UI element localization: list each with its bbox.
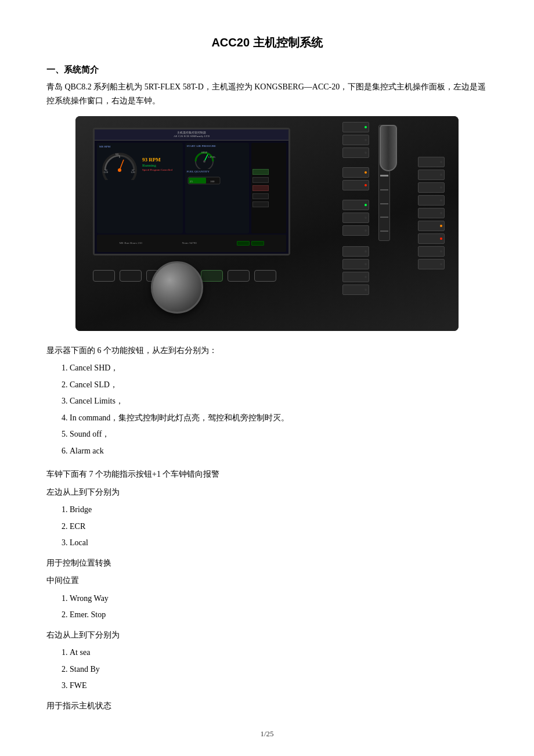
page-title: ACC20 主机控制系统 (46, 35, 488, 51)
desc-section-6btns: 显示器下面的 6 个功能按钮，从左到右分别为： Cancel SHD， Canc… (46, 344, 488, 459)
intro-text: 青岛 QBC8.2 系列船主机为 5RT-FLEX 58T-D，主机遥控为 KO… (46, 80, 488, 108)
list-item: At sea (70, 646, 488, 660)
func-btn-1[interactable] (93, 270, 115, 282)
device-body: 主机遥控集控室控制器 AE C26 ECR SIMFamily LTD ME R… (75, 116, 459, 331)
svg-text:25: 25 (190, 180, 193, 183)
list-item: Cancel Limits， (70, 394, 488, 409)
middle-btn-list: Wrong Way Emer. Stop (70, 592, 488, 622)
list-item: Cancel SLD， (70, 378, 488, 393)
right-btn-list: At sea Stand By FWE (70, 646, 488, 693)
btn-list-6: Cancel SHD， Cancel SLD， Cancel Limits， I… (70, 361, 488, 458)
right-btn-5[interactable] (418, 208, 445, 218)
svg-text:120: 120 (131, 171, 135, 174)
extra-btn-1[interactable] (342, 246, 369, 257)
func-btn-5[interactable] (228, 270, 250, 282)
svg-point-8 (118, 168, 121, 172)
func-btn-4[interactable] (201, 270, 223, 282)
right-panel-right-col (418, 157, 447, 319)
list-item: Cancel SHD， (70, 361, 488, 376)
pressure-gauge-svg: STOP LEVEL (187, 149, 222, 169)
extra-btn-2[interactable] (342, 259, 369, 269)
local-btn[interactable] (342, 147, 369, 158)
screen-content: ME RPM (95, 141, 288, 254)
device-photo: 主机遥控集控室控制器 AE C26 ECR SIMFamily LTD ME R… (75, 116, 459, 331)
list-item: Emer. Stop (70, 608, 488, 622)
desc-label-engine-status: 用于指示主机状态 (46, 699, 488, 714)
speed-cancelled: Speed Program Cancelled (142, 168, 172, 171)
page-number: 1/25 (260, 729, 273, 738)
svg-line-10 (204, 154, 208, 161)
right-btn-8[interactable] (418, 246, 445, 257)
right-btn-6[interactable] (418, 221, 445, 231)
list-item: Bridge (70, 503, 488, 517)
desc-label-6btns: 显示器下面的 6 个功能按钮，从左到右分别为： (46, 344, 488, 358)
func-btn-6[interactable] (254, 270, 276, 282)
fwe-btn[interactable] (342, 225, 369, 236)
right-btn-3[interactable] (418, 182, 445, 193)
svg-text:-120: -120 (103, 171, 109, 174)
left-btn-list: Bridge ECR Local (70, 503, 488, 550)
list-item: ECR (70, 520, 488, 534)
desc-label-middle: 中间位置 (46, 574, 488, 588)
right-btn-9[interactable] (418, 259, 445, 269)
device-image-container: 主机遥控集控室控制器 AE C26 ECR SIMFamily LTD ME R… (46, 116, 488, 331)
svg-point-11 (203, 160, 205, 163)
svg-text:100: 100 (210, 180, 215, 183)
desc-label-right: 右边从上到下分别为 (46, 628, 488, 643)
bridge-btn[interactable] (342, 122, 369, 132)
list-item: Alarm ack (70, 444, 488, 459)
right-btn-4[interactable] (418, 195, 445, 206)
list-item: Sound off， (70, 427, 488, 442)
right-panel (342, 122, 447, 319)
desc-section-telegraph: 车钟下面有 7 个功能指示按钮+1 个车钟错向报警 左边从上到下分别为 Brid… (46, 467, 488, 713)
list-item: Wrong Way (70, 592, 488, 606)
at-sea-btn[interactable] (342, 200, 369, 210)
fuel-label: FUEL QUANTITY (187, 170, 248, 173)
list-item: In command，集控式控制时此灯点亮，驾控和机旁控制时灭。 (70, 411, 488, 426)
section-heading: 一、系统简介 (46, 64, 488, 75)
wrong-way-btn[interactable] (342, 167, 369, 178)
desc-label-control-pos: 用于控制位置转换 (46, 556, 488, 571)
telegraph-handle (397, 125, 414, 319)
screen-bottom-row: ME Run Hours 210 Nom: 94790 (97, 235, 286, 252)
extra-btn-3[interactable] (342, 272, 369, 282)
right-panel-left-col (342, 122, 371, 319)
desc-label-telegraph: 车钟下面有 7 个功能指示按钮+1 个车钟错向报警 (46, 467, 488, 482)
svg-text:LEVEL: LEVEL (208, 156, 216, 159)
stand-by-btn[interactable] (342, 213, 369, 223)
fuel-gauge-svg: 25 100 (187, 174, 222, 187)
running-status: Running (142, 163, 172, 168)
svg-text:STOP: STOP (201, 151, 207, 154)
ecr-btn[interactable] (342, 135, 369, 145)
page-footer: 1/25 (0, 729, 534, 739)
func-btn-2[interactable] (120, 270, 142, 282)
list-item: Local (70, 536, 488, 550)
right-btn-2[interactable] (418, 170, 445, 180)
right-btn-7[interactable] (418, 233, 445, 244)
list-item: FWE (70, 679, 488, 693)
screen-top-row: ME RPM (97, 143, 286, 233)
desc-label-left: 左边从上到下分别为 (46, 485, 488, 500)
main-knob (151, 261, 203, 314)
emer-stop-btn[interactable] (342, 180, 369, 190)
screen-header-text: 主机遥控集控室控制器 AE C26 ECR SIMFamily LTD (95, 129, 288, 141)
right-btn-1[interactable] (418, 157, 445, 167)
list-item: Stand By (70, 663, 488, 677)
rpm-gauge-svg: -120 60 120 (99, 148, 140, 180)
extra-btn-4[interactable] (342, 285, 369, 295)
control-screen: 主机遥控集控室控制器 AE C26 ECR SIMFamily LTD ME R… (93, 128, 290, 255)
rpm-value: 93 RPM (142, 157, 172, 163)
svg-text:60: 60 (116, 153, 119, 156)
